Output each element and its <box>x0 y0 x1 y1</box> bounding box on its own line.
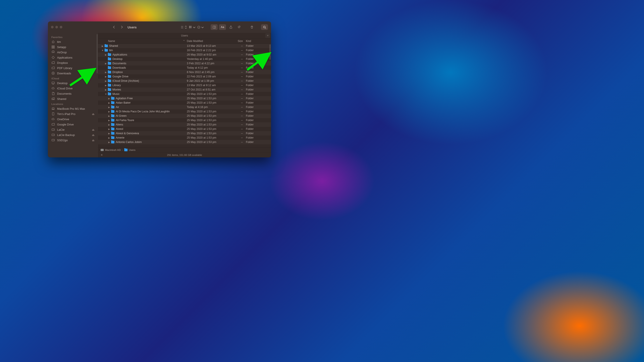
column-kind[interactable]: Kind <box>246 39 271 43</box>
disclosure-triangle-icon[interactable]: ▼ <box>101 49 104 51</box>
status-text: 291 items, 151.66 GB available <box>167 154 202 156</box>
preview-pane-button[interactable] <box>211 24 218 30</box>
column-size[interactable]: Size <box>226 39 246 43</box>
file-row[interactable]: ▶Ali Farka Toure25 May 2020 at 1:53 pm--… <box>98 118 271 122</box>
disclosure-triangle-icon[interactable]: ▶ <box>104 80 107 82</box>
file-row[interactable]: ▶Al Di Meola Paco De Lucia John McLaughl… <box>98 109 271 114</box>
sidebar-item-pdf-library[interactable]: PDF Library <box>48 65 98 71</box>
action-menu-button[interactable] <box>197 24 204 30</box>
sidebar-item-applications[interactable]: Applications <box>48 55 98 60</box>
file-row[interactable]: ▶Amerie25 May 2020 at 1:53 pm--Folder <box>98 135 271 140</box>
eject-icon[interactable]: ⏏ <box>92 133 94 137</box>
file-row[interactable]: ▶AirToday at 4:16 pm--Folder <box>98 105 271 109</box>
file-kind: Folder <box>246 132 271 135</box>
zoom-window-button[interactable] <box>60 26 62 28</box>
new-tab-button[interactable]: + <box>265 33 270 38</box>
file-row[interactable]: ▶Applications26 May 2020 at 9:02 am--Fol… <box>98 52 271 57</box>
sidebar-item-label: tim <box>57 40 61 43</box>
tab-users[interactable]: Users <box>177 33 192 38</box>
file-row[interactable]: ▶Al Green25 May 2020 at 1:53 pm--Folder <box>98 114 271 118</box>
disclosure-triangle-icon[interactable]: ▶ <box>101 45 104 47</box>
sidebar-item-lacie-backup[interactable]: LaCie Backup⏏ <box>48 132 98 137</box>
sidebar-item-tim-s-ipad-pro[interactable]: Tim's iPad Pro⏏ <box>48 111 98 116</box>
sidebar-item-google-drive[interactable]: Google Drive <box>48 122 98 127</box>
disclosure-triangle-icon[interactable]: ▶ <box>108 115 110 117</box>
sidebar-item-shared[interactable]: Shared <box>48 96 98 101</box>
sidebar-item-dropbox[interactable]: Dropbox <box>48 60 98 65</box>
sidebar-item-tim[interactable]: tim <box>48 39 98 44</box>
minimize-window-button[interactable] <box>55 26 58 28</box>
status-bar: ✕ 291 items, 151.66 GB available <box>98 152 271 157</box>
sidebar-item-airdrop[interactable]: AirDrop <box>48 50 98 55</box>
sidebar-item-label: Applications <box>57 56 72 59</box>
sidebar-item-desktop[interactable]: Desktop <box>48 80 98 86</box>
trash-button[interactable] <box>248 24 255 30</box>
disclosure-triangle-icon[interactable]: ▶ <box>104 62 107 65</box>
sidebar-item-macbook-pro-m1-max[interactable]: MacBook Pro M1 Max <box>48 106 98 111</box>
disclosure-triangle-icon[interactable]: ▶ <box>108 123 110 126</box>
file-row[interactable]: ▶Movies27 Oct 2021 at 8:51 am--Folder <box>98 87 271 92</box>
sidebar-item-icloud-drive[interactable]: iCloud Drive <box>48 86 98 91</box>
close-statusbar-button[interactable]: ✕ <box>100 153 103 156</box>
file-row[interactable]: ▶Shared13 Mar 2023 at 9:13 am--Folder <box>98 44 271 48</box>
search-button[interactable] <box>261 24 268 30</box>
text-size-button[interactable]: Aa <box>219 24 226 30</box>
file-row[interactable]: ▶Google Drive22 Feb 2023 at 2:09 am--Fol… <box>98 74 271 79</box>
disclosure-triangle-icon[interactable]: ▶ <box>104 71 107 73</box>
file-row[interactable]: DownloadsToday at 4:12 pm--Folder <box>98 65 271 70</box>
disclosure-triangle-icon[interactable]: ▼ <box>104 93 107 95</box>
disclosure-triangle-icon[interactable]: ▶ <box>104 84 107 86</box>
share-button[interactable] <box>227 24 234 30</box>
path-folder[interactable]: Users <box>129 149 136 151</box>
disclosure-triangle-icon[interactable]: ▶ <box>104 75 107 78</box>
file-row[interactable]: ▶Alveol25 May 2020 at 1:53 pm--Folder <box>98 127 271 131</box>
svg-point-20 <box>53 52 54 53</box>
grid-icon <box>52 45 55 49</box>
path-root[interactable]: Macintosh HD <box>105 149 121 151</box>
disclosure-triangle-icon[interactable]: ▶ <box>108 110 110 113</box>
file-row[interactable]: ▶Documents3 Feb 2022 at 4:22 pm--Folder <box>98 61 271 65</box>
disclosure-triangle-icon[interactable]: ▶ <box>108 102 110 104</box>
disclosure-triangle-icon[interactable]: ▶ <box>108 128 110 130</box>
download-icon <box>52 71 55 75</box>
file-row[interactable]: ▼tim16 Feb 2023 at 2:22 pm--Folder <box>98 48 271 52</box>
sidebar[interactable]: FavoritestimSetappAirDropApplicationsDro… <box>48 33 98 157</box>
back-button[interactable] <box>111 24 117 30</box>
disclosure-triangle-icon[interactable]: ▶ <box>108 137 110 139</box>
disclosure-triangle-icon[interactable]: ▶ <box>108 132 110 135</box>
eject-icon[interactable]: ⏏ <box>92 112 94 116</box>
close-window-button[interactable] <box>51 26 54 28</box>
disclosure-triangle-icon[interactable]: ▶ <box>104 53 107 56</box>
tag-button[interactable] <box>236 24 242 30</box>
eject-icon[interactable]: ⏏ <box>92 128 94 131</box>
file-row[interactable]: ▶iCloud Drive (Archive)9 Jan 2022 at 1:3… <box>98 79 271 83</box>
file-row[interactable]: ▶Library13 Mar 2023 at 9:12 am--Folder <box>98 83 271 87</box>
sidebar-item-setapp[interactable]: Setapp <box>48 44 98 50</box>
file-size: -- <box>226 88 246 91</box>
file-row[interactable]: ▶Alveol & Genoveva25 May 2020 at 1:53 pm… <box>98 131 271 135</box>
file-row[interactable]: ▶Antonio Carlos Jobim25 May 2020 at 1:53… <box>98 140 271 144</box>
file-row[interactable]: ▶Aidan Baker25 May 2020 at 1:53 pm--Fold… <box>98 100 271 105</box>
forward-button[interactable] <box>119 24 125 30</box>
disclosure-triangle-icon[interactable]: ▶ <box>108 141 110 143</box>
sidebar-item-onedrive[interactable]: OneDrive <box>48 116 98 122</box>
view-group-button[interactable] <box>189 24 196 30</box>
sidebar-item-downloads[interactable]: Downloads <box>48 71 98 76</box>
disclosure-triangle-icon[interactable]: ▶ <box>108 97 110 100</box>
view-list-button[interactable] <box>180 24 188 30</box>
disclosure-triangle-icon[interactable]: ▶ <box>108 106 110 108</box>
file-row[interactable]: ▼Music25 May 2020 at 1:53 pm--Folder <box>98 92 271 96</box>
file-row[interactable]: ▶Aliens25 May 2020 at 1:53 pm--Folder <box>98 122 271 127</box>
sidebar-item-documents[interactable]: Documents <box>48 91 98 96</box>
disclosure-triangle-icon[interactable]: ▶ <box>108 119 110 121</box>
file-row[interactable]: ▶Agitation Free25 May 2020 at 1:53 pm--F… <box>98 96 271 100</box>
sidebar-item-lacie[interactable]: LaCie⏏ <box>48 127 98 132</box>
file-row[interactable]: ▶Dropbox8 Nov 2022 at 2:45 pm--Folder <box>98 70 271 74</box>
column-date[interactable]: Date Modified <box>187 39 226 43</box>
disclosure-triangle-icon[interactable]: ▶ <box>104 88 107 91</box>
column-name[interactable]: Name⌃ <box>98 39 187 43</box>
sidebar-item-ssd2go[interactable]: SSD2go⏏ <box>48 137 98 143</box>
file-list[interactable]: ▶Shared13 Mar 2023 at 9:13 am--Folder▼ti… <box>98 44 271 147</box>
eject-icon[interactable]: ⏏ <box>92 139 94 142</box>
file-row[interactable]: DesktopYesterday at 1:40 pm--Folder <box>98 57 271 61</box>
